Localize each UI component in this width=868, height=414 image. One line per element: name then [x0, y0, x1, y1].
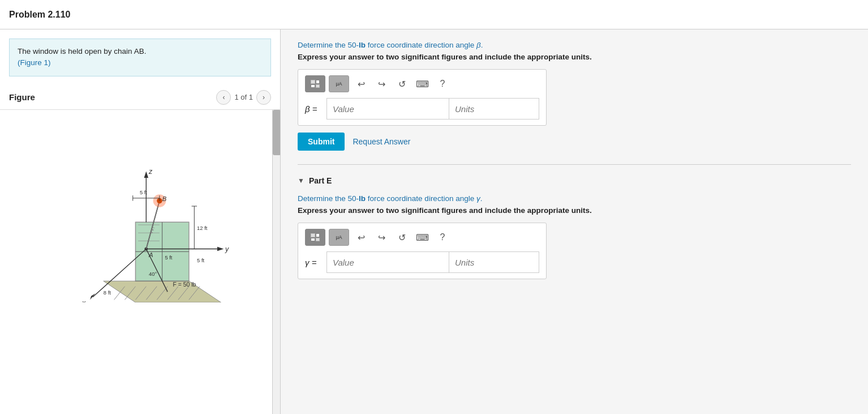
svg-text:12 ft: 12 ft [197, 225, 208, 231]
grid-button-d[interactable] [305, 75, 325, 92]
reset-button-e[interactable]: ↺ [393, 229, 410, 246]
nav-controls: ‹ 1 of 1 › [216, 90, 271, 105]
mu-button-e[interactable]: μA [329, 229, 349, 246]
svg-marker-16 [144, 171, 149, 177]
part-e-toolbar: μA ↩ ↪ ↺ ⌨ ? [305, 229, 539, 246]
part-d-instruction: Express your answer to two significant f… [298, 53, 851, 61]
svg-text:5 ft: 5 ft [197, 257, 204, 263]
svg-marker-19 [217, 246, 224, 251]
svg-marker-22 [90, 293, 95, 299]
mu-button-d[interactable]: μA [329, 75, 349, 92]
keyboard-button-d[interactable]: ⌨ [414, 75, 431, 92]
prev-page-button[interactable]: ‹ [216, 90, 231, 105]
part-d-description: Determine the 50-lb force coordinate dir… [298, 41, 851, 49]
scrollbar-thumb[interactable] [273, 110, 280, 155]
part-d-answer-box: μA ↩ ↪ ↺ ⌨ ? β = [298, 69, 547, 126]
info-text: The window is held open by chain AB. [18, 47, 146, 56]
reset-button-d[interactable]: ↺ [393, 75, 410, 92]
part-d-input-row: β = [305, 98, 539, 119]
undo-button-d[interactable]: ↩ [353, 75, 369, 92]
part-e-section: Determine the 50-lb force coordinate dir… [298, 194, 851, 279]
grid-icon-e [311, 233, 320, 241]
left-panel: The window is held open by chain AB. (Fi… [0, 29, 281, 414]
info-box: The window is held open by chain AB. (Fi… [9, 39, 271, 76]
part-d-actions: Submit Request Answer [298, 133, 851, 151]
figure-header: Figure ‹ 1 of 1 › [0, 86, 280, 109]
part-e-label: Part E [309, 176, 332, 185]
main-layout: The window is held open by chain AB. (Fi… [0, 29, 868, 414]
engineering-diagram: z y x A [0, 110, 260, 302]
mu-icon-e: μA [336, 235, 342, 240]
undo-button-e[interactable]: ↩ [353, 229, 369, 246]
svg-text:5 ft: 5 ft [165, 254, 172, 261]
part-d-request-answer-link[interactable]: Request Answer [353, 137, 410, 146]
part-d-input-label: β = [305, 104, 322, 114]
svg-text:B: B [162, 195, 167, 202]
figure-area: z y x A [0, 109, 280, 415]
keyboard-button-e[interactable]: ⌨ [414, 229, 431, 246]
part-d-toolbar: μA ↩ ↪ ↺ ⌨ ? [305, 75, 539, 92]
next-page-button[interactable]: › [256, 90, 271, 105]
figure-label: Figure [9, 92, 35, 102]
part-e-instruction: Express your answer to two significant f… [298, 206, 851, 215]
redo-button-d[interactable]: ↪ [373, 75, 390, 92]
part-d-value-input[interactable] [326, 98, 449, 119]
figure-link[interactable]: (Figure 1) [18, 58, 51, 67]
grid-button-e[interactable] [305, 229, 325, 246]
grid-icon-d [311, 80, 320, 88]
part-e-header: ▼ Part E [298, 176, 851, 185]
part-d-units-input[interactable] [449, 98, 539, 119]
svg-text:8 ft: 8 ft [104, 289, 111, 295]
help-button-d[interactable]: ? [434, 75, 451, 92]
help-button-e[interactable]: ? [434, 229, 451, 246]
part-e-input-row: γ = [305, 251, 539, 273]
mu-icon-d: μA [336, 82, 342, 87]
figure-scrollbar[interactable] [272, 110, 280, 415]
part-e-description: Determine the 50-lb force coordinate dir… [298, 194, 851, 203]
part-e-answer-box: μA ↩ ↪ ↺ ⌨ ? γ = [298, 223, 547, 279]
right-panel[interactable]: Determine the 50-lb force coordinate dir… [281, 29, 868, 414]
part-d-section: Determine the 50-lb force coordinate dir… [298, 41, 851, 151]
part-e-units-input[interactable] [449, 251, 539, 273]
svg-text:z: z [148, 168, 153, 176]
svg-text:x: x [81, 298, 86, 302]
svg-marker-0 [104, 281, 221, 302]
section-separator [298, 164, 851, 165]
part-e-collapse-arrow[interactable]: ▼ [298, 177, 304, 185]
part-e-value-input[interactable] [326, 251, 449, 273]
svg-text:y: y [225, 245, 229, 253]
redo-button-e[interactable]: ↪ [373, 229, 390, 246]
top-bar: Problem 2.110 [0, 0, 868, 29]
part-d-submit-button[interactable]: Submit [298, 133, 345, 151]
page-indicator: 1 of 1 [234, 93, 253, 101]
svg-text:40°: 40° [149, 270, 157, 276]
problem-title: Problem 2.110 [9, 10, 71, 20]
svg-text:F = 50 lb: F = 50 lb [173, 281, 196, 287]
part-e-input-label: γ = [305, 258, 322, 267]
svg-text:5 ft: 5 ft [140, 189, 147, 195]
